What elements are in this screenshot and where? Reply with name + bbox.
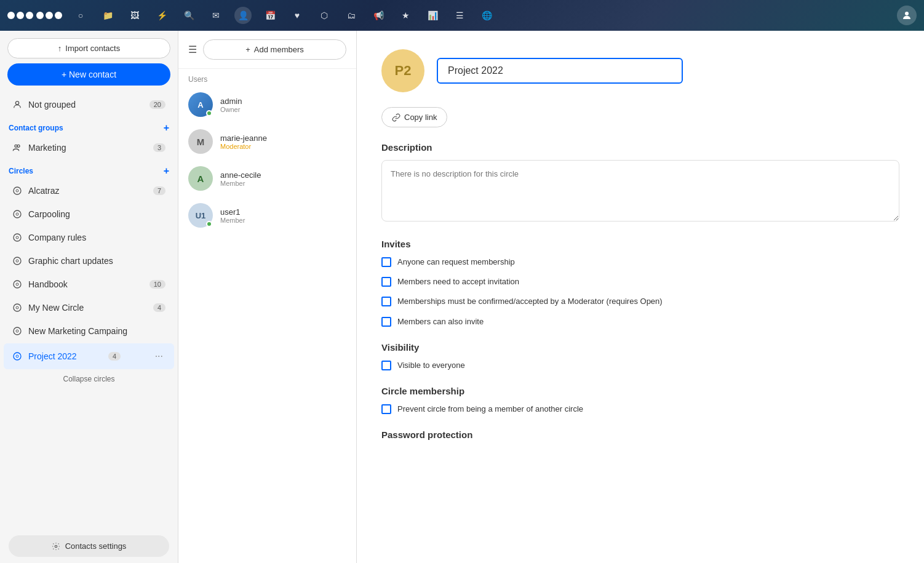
nav-icon-search[interactable]: 🔍 <box>180 7 197 24</box>
visibility-label-1: Visible to everyone <box>397 360 465 371</box>
collapse-panel-button[interactable]: ☰ <box>188 44 197 55</box>
copy-link-button[interactable]: Copy link <box>381 107 447 127</box>
nav-icon-activity[interactable]: ⚡ <box>153 7 170 24</box>
sidebar-item-alcatraz[interactable]: Alcatraz 7 <box>4 180 174 202</box>
group-icon <box>12 143 22 153</box>
visibility-option-1[interactable]: Visible to everyone <box>381 360 899 371</box>
invites-section-label: Invites <box>381 239 899 249</box>
company-rules-label: Company rules <box>28 233 86 242</box>
circle-name-input[interactable] <box>437 58 683 84</box>
member-item-admin[interactable]: A admin Owner <box>178 86 356 123</box>
alcatraz-label: Alcatraz <box>28 186 60 196</box>
user1-online-indicator <box>206 221 212 227</box>
member-item-marie-jeanne[interactable]: M marie-jeanne Moderator ··· <box>178 123 356 160</box>
invite-option-2[interactable]: Members need to accept invitation <box>381 276 899 287</box>
invite-checkbox-1[interactable] <box>381 257 391 267</box>
nav-icon-globe[interactable]: 🌐 <box>478 7 495 24</box>
marie-jeanne-name: marie-jeanne <box>220 134 346 143</box>
description-section-label: Description <box>381 142 899 153</box>
circle-gear-icon-4 <box>12 256 22 266</box>
nav-icon-analytics[interactable]: 📊 <box>424 7 441 24</box>
nav-icon-github[interactable]: ⬡ <box>316 7 333 24</box>
nav-icon-calendar[interactable]: 📅 <box>261 7 279 24</box>
sidebar-item-my-new-circle[interactable]: My New Circle 4 <box>4 297 174 319</box>
add-members-button[interactable]: + Add members <box>203 39 346 60</box>
nav-icon-list[interactable]: ☰ <box>451 7 468 24</box>
svg-point-15 <box>16 306 18 309</box>
not-grouped-badge: 20 <box>149 100 165 109</box>
nav-icon-circle[interactable]: ○ <box>72 7 89 24</box>
member-item-anne-cecile[interactable]: A anne-cecile Member ··· <box>178 160 356 197</box>
visibility-section: Visibility Visible to everyone <box>381 342 899 371</box>
circle-header: P2 <box>381 49 899 92</box>
graphic-chart-label: Graphic chart updates <box>28 256 113 266</box>
member-item-user1[interactable]: U1 user1 Member ··· <box>178 197 356 234</box>
collapse-circles-link[interactable]: Collapse circles <box>0 370 178 388</box>
sidebar-footer: Contacts settings <box>0 529 178 563</box>
admin-role: Owner <box>220 106 346 113</box>
visibility-checkbox-1[interactable] <box>381 361 391 370</box>
anne-cecile-name: anne-cecile <box>220 170 346 180</box>
not-grouped-label: Not grouped <box>28 100 76 110</box>
svg-point-16 <box>14 327 21 335</box>
sidebar-item-company-rules[interactable]: Company rules <box>4 226 174 249</box>
svg-point-18 <box>14 353 21 360</box>
invites-section: Invites Anyone can request membership Me… <box>381 239 899 327</box>
password-section: Password protection <box>381 429 899 440</box>
nav-icon-star[interactable]: ★ <box>397 7 414 24</box>
invite-checkbox-4[interactable] <box>381 317 391 327</box>
add-contact-group-button[interactable]: + <box>164 122 169 134</box>
nav-icon-mail[interactable]: ✉ <box>207 7 225 24</box>
marie-jeanne-info: marie-jeanne Moderator <box>220 134 346 150</box>
invite-label-4: Members can also invite <box>397 316 484 327</box>
import-contacts-button[interactable]: ↑ Import contacts <box>7 38 170 58</box>
my-new-circle-label: My New Circle <box>28 303 84 313</box>
collapse-circles-label: Collapse circles <box>63 375 114 383</box>
new-marketing-label: New Marketing Campaing <box>28 326 127 336</box>
handbook-label: Handbook <box>28 279 68 289</box>
online-indicator <box>206 110 212 116</box>
user1-name: user1 <box>220 207 346 217</box>
plus-icon: + <box>245 45 250 54</box>
sidebar-item-marketing[interactable]: Marketing 3 <box>4 137 174 159</box>
invite-checkbox-2[interactable] <box>381 277 391 287</box>
sidebar-item-graphic-chart[interactable]: Graphic chart updates <box>4 250 174 272</box>
copy-link-label: Copy link <box>404 113 437 122</box>
sidebar-item-handbook[interactable]: Handbook 10 <box>4 273 174 295</box>
description-textarea[interactable] <box>381 160 899 222</box>
sidebar-item-not-grouped[interactable]: Not grouped 20 <box>4 94 174 116</box>
circle-avatar: P2 <box>381 49 424 92</box>
main-layout: ↑ Import contacts + New contact Not grou… <box>0 31 924 563</box>
membership-checkbox-1[interactable] <box>381 404 391 414</box>
nav-icon-announce[interactable]: 📢 <box>370 7 387 24</box>
nav-icon-photos[interactable]: 🖼 <box>126 7 143 24</box>
sidebar-item-new-marketing[interactable]: New Marketing Campaing <box>4 320 174 342</box>
project-2022-label: Project 2022 <box>28 351 77 361</box>
new-contact-button[interactable]: + New contact <box>7 63 170 86</box>
nav-icon-stack[interactable]: 🗂 <box>343 7 360 24</box>
right-panel: P2 Copy link Description Invites Anyone … <box>357 31 924 563</box>
topbar: ○ 📁 🖼 ⚡ 🔍 ✉ 👤 📅 ♥ ⬡ 🗂 📢 ★ 📊 ☰ 🌐 <box>0 0 924 31</box>
user-avatar[interactable] <box>897 6 917 25</box>
contacts-settings-button[interactable]: Contacts settings <box>9 535 169 557</box>
invite-option-3[interactable]: Memberships must be confirmed/accepted b… <box>381 296 899 307</box>
invite-option-1[interactable]: Anyone can request membership <box>381 257 899 268</box>
invite-checkbox-3[interactable] <box>381 297 391 306</box>
link-icon <box>392 113 400 122</box>
invite-option-4[interactable]: Members can also invite <box>381 316 899 327</box>
upload-icon: ↑ <box>58 44 62 53</box>
nav-icon-heart[interactable]: ♥ <box>289 7 306 24</box>
middle-header: ☰ + Add members <box>178 31 356 69</box>
svg-point-17 <box>16 330 18 332</box>
circle-membership-section-label: Circle membership <box>381 386 899 396</box>
circle-gear-icon-2 <box>12 209 22 219</box>
membership-option-1[interactable]: Prevent circle from being a member of an… <box>381 404 899 415</box>
nav-icon-files[interactable]: 📁 <box>99 7 116 24</box>
sidebar-item-carpooling[interactable]: Carpooling <box>4 203 174 225</box>
add-circle-button[interactable]: + <box>164 166 169 177</box>
sidebar-item-project-2022[interactable]: Project 2022 4 ··· <box>4 343 174 369</box>
project-2022-more-button[interactable]: ··· <box>153 349 165 363</box>
marie-jeanne-role: Moderator <box>220 143 346 150</box>
nav-icon-contacts[interactable]: 👤 <box>234 7 252 24</box>
anne-cecile-avatar: A <box>188 166 213 191</box>
